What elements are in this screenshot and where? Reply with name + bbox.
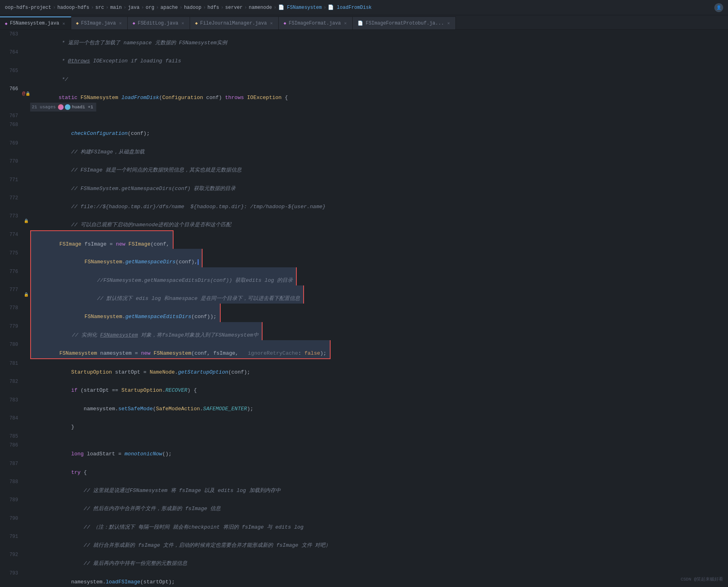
- code-line-763[interactable]: * 返回一个包含了加载了 namespace 元数据的 FSNamesystem…: [30, 30, 230, 48]
- gutter-icons: [22, 322, 30, 340]
- breadcrumb-src[interactable]: src: [95, 5, 104, 10]
- line-number: 769: [0, 139, 22, 157]
- code-line-764[interactable]: * @throws IOException if loading fails: [30, 48, 184, 66]
- gutter-icons: 🔒: [22, 212, 30, 230]
- breadcrumb-server[interactable]: server: [225, 5, 242, 10]
- code-line-782[interactable]: if (startOpt == StartupOption.RECOVER) {: [30, 377, 200, 395]
- tab-fsEditLog[interactable]: ◆ FSEditLog.java ✕: [128, 17, 190, 29]
- code-line-786[interactable]: long loadStart = monotonicNow();: [30, 441, 175, 459]
- code-line-774[interactable]: FSImage fsImage = new FSImage(conf,: [30, 230, 174, 249]
- line-number: 765: [0, 66, 22, 85]
- code-line-771[interactable]: // FSNameSystem.getNamespaceDirs(conf) 获…: [30, 176, 239, 194]
- table-row: 774 FSImage fsImage = new FSImage(conf,: [0, 230, 728, 249]
- gutter-icons: [22, 432, 30, 441]
- code-line-773[interactable]: // 可以自己观察下启动的namenode进程的这个目录是否和这个匹配: [30, 212, 234, 230]
- table-row: 790 // （注：默认情况下 每隔一段时间 就会有checkpoint 将旧的…: [0, 514, 728, 532]
- table-row: 767: [0, 112, 728, 120]
- line-number: 778: [0, 304, 22, 322]
- code-line-766[interactable]: static FSNamesystem loadFromDisk(Configu…: [30, 85, 291, 103]
- code-line-793[interactable]: namesystem.loadFSImage(startOpt);: [30, 569, 178, 587]
- breadcrumb-project[interactable]: oop-hdfs-project: [5, 5, 51, 10]
- code-line-770[interactable]: // FSImage 就是一个时间点的元数据快照信息，其实也就是元数据信息: [30, 157, 245, 175]
- gutter-icons: [22, 441, 30, 459]
- table-row: 764 * @throws IOException if loading fai…: [0, 48, 728, 66]
- tab-label-fileJournalManager: FileJournalManager.java: [200, 21, 267, 26]
- tab-fsImageFormat[interactable]: ◆ FSImageFormat.java ✕: [279, 17, 353, 29]
- gutter-icons: [22, 176, 30, 194]
- table-row: 771 // FSNameSystem.getNamespaceDirs(con…: [0, 176, 728, 194]
- tab-fileJournalManager[interactable]: ◆ FileJournalManager.java ✕: [190, 17, 279, 29]
- code-line-788[interactable]: // 这里就是说通过FSNamesystem 将 fsImage 以及 edit…: [30, 477, 284, 496]
- code-line-776[interactable]: //FSNamesystem.getNamespaceEditsDirs(con…: [30, 267, 297, 285]
- code-line-769[interactable]: // 构建FSImage，从磁盘加载: [30, 139, 148, 157]
- gutter-icons: [22, 120, 30, 138]
- code-line-779[interactable]: // 实例化 FSNamesystem 对象，将fsImage对象放入到了FSN…: [30, 322, 263, 340]
- breadcrumb-main[interactable]: main: [110, 5, 122, 10]
- breadcrumb-java[interactable]: java: [128, 5, 140, 10]
- breadcrumb-hdfs[interactable]: hdfs: [207, 5, 219, 10]
- java-file-icon-2: ◆: [76, 21, 79, 26]
- code-line-792[interactable]: // 最后再内存中持有一份完整的元数据信息: [30, 550, 190, 568]
- gutter-icons: [22, 112, 30, 120]
- table-row: 776 //FSNamesystem.getNamespaceEditsDirs…: [0, 267, 728, 285]
- breadcrumb-loadFromDisk[interactable]: 📄 loadFromDisk: [328, 4, 372, 10]
- table-row: 768 checkConfiguration(conf);: [0, 120, 728, 138]
- code-line-783[interactable]: namesystem.setSafeMode(SafeModeAction.SA…: [30, 396, 256, 414]
- code-line-790[interactable]: // （注：默认情况下 每隔一段时间 就会有checkpoint 将旧的 fsI…: [30, 514, 307, 532]
- breakpoint-icon[interactable]: @: [22, 91, 25, 97]
- gutter-icons: [22, 157, 30, 175]
- tab-close-fsImageFormatProtobuf[interactable]: ✕: [447, 20, 451, 26]
- tab-close-fsNamesystem[interactable]: ✕: [62, 21, 66, 27]
- tab-label-fsImageFormat: FSImageFormat.java: [289, 21, 341, 26]
- code-line-767[interactable]: [30, 112, 40, 120]
- breadcrumb-org[interactable]: org: [146, 5, 155, 10]
- avatar-icon-2: [65, 104, 70, 110]
- code-line-772[interactable]: // file://${hadoop.tmp.dir}/dfs/name ${h…: [30, 194, 329, 212]
- code-line-765[interactable]: */: [30, 66, 71, 85]
- java-file-icon-3: ◆: [132, 21, 135, 26]
- breadcrumb-fsNamesystem[interactable]: 📄 FSNamesystem: [278, 4, 322, 10]
- table-row: 791 // 就行合并形成新的 fsImage 文件，启动的时候肯定也需要合并才…: [0, 532, 728, 550]
- code-line-777[interactable]: // 默认情况下 edis log 和namespace 是在同一个目录下，可以…: [30, 285, 304, 304]
- line-number: 780: [0, 340, 22, 359]
- tab-close-fileJournalManager[interactable]: ✕: [269, 20, 274, 26]
- tab-label-fsImageFormatProtobuf: FSImageFormatProtobuf.ja...: [366, 21, 444, 26]
- code-line-778[interactable]: FSNamesystem.getNamespaceEditsDirs(conf)…: [30, 304, 221, 322]
- code-editor[interactable]: 763 * 返回一个包含了加载了 namespace 元数据的 FSNamesy…: [0, 30, 728, 587]
- code-line-787[interactable]: try {: [30, 459, 90, 477]
- gutter-icons: [22, 230, 30, 249]
- code-line-785[interactable]: [30, 432, 40, 441]
- breadcrumb-namenode[interactable]: namenode: [249, 5, 272, 10]
- code-line-789[interactable]: // 然后在内存中合并两个文件，形成新的 fsImage 信息: [30, 496, 224, 514]
- table-row: 765 */: [0, 66, 728, 85]
- tab-close-fsImageFormat[interactable]: ✕: [343, 20, 348, 26]
- breadcrumb-hadoop[interactable]: hadoop: [184, 5, 201, 10]
- tab-fsImage[interactable]: ◆ FSImage.java ✕: [71, 17, 128, 29]
- gutter-icons: [22, 48, 30, 66]
- usage-bar: 21 usages huadi +1: [30, 103, 96, 112]
- user-avatar[interactable]: 👤: [714, 3, 723, 12]
- code-line-784[interactable]: }: [30, 414, 77, 432]
- tab-close-fsEditLog[interactable]: ✕: [181, 20, 185, 26]
- line-number: 766: [0, 85, 22, 103]
- code-line-768[interactable]: checkConfiguration(conf);: [30, 120, 153, 138]
- line-number: 786: [0, 441, 22, 459]
- tab-fsImageFormatProtobuf[interactable]: 📄 FSImageFormatProtobuf.ja... ✕: [353, 17, 456, 29]
- breadcrumb-module[interactable]: hadoop-hdfs: [57, 5, 89, 10]
- line-number: 789: [0, 496, 22, 514]
- code-line-791[interactable]: // 就行合并形成新的 fsImage 文件，启动的时候肯定也需要合并才能形成新…: [30, 532, 334, 550]
- text-cursor: [198, 259, 199, 265]
- code-line-780[interactable]: FSNamesystem namesystem = new FSNamesyst…: [30, 340, 331, 359]
- breadcrumb-apache[interactable]: apache: [161, 5, 178, 10]
- line-number: 777: [0, 285, 22, 304]
- java-file-icon-5: ◆: [283, 21, 286, 26]
- tab-fsNamesystem[interactable]: ◆ FSNamesystem.java ✕: [0, 17, 71, 29]
- usage-avatar: huadi +1: [58, 104, 93, 110]
- code-line-781[interactable]: StartupOption startOpt = NameNode.getSta…: [30, 359, 253, 377]
- gutter-icons: [22, 514, 30, 532]
- java-file-icon-4: ◆: [195, 21, 198, 26]
- code-line-775[interactable]: FSNamesystem.getNamespaceDirs(conf),: [30, 249, 203, 267]
- tab-close-fsImage[interactable]: ✕: [118, 20, 123, 26]
- breadcrumb-bar: oop-hdfs-project › hadoop-hdfs › src › m…: [0, 0, 728, 15]
- table-row: 779 // 实例化 FSNamesystem 对象，将fsImage对象放入到…: [0, 322, 728, 340]
